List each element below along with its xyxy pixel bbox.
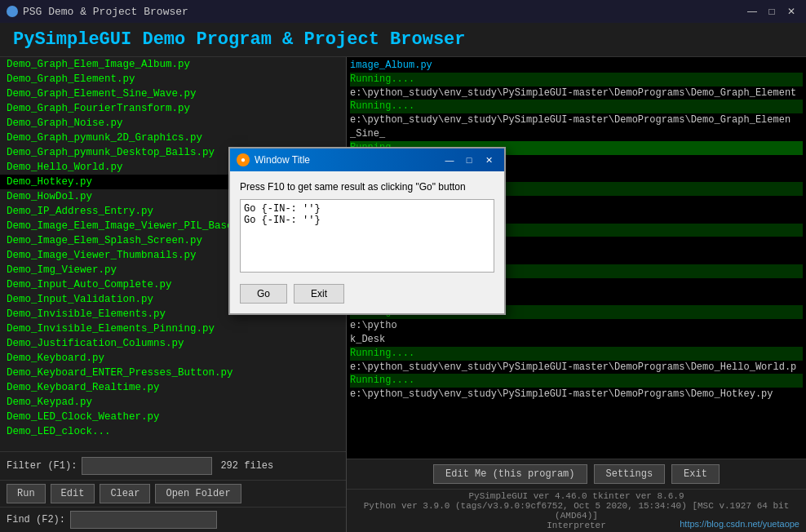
dialog-title: Window Title	[255, 154, 441, 166]
find-input[interactable]	[70, 511, 217, 529]
title-bar: PSG Demo & Project Browser — □ ✕	[0, 0, 806, 23]
close-button[interactable]: ✕	[783, 5, 799, 18]
clear-button[interactable]: Clear	[100, 484, 150, 503]
dialog-minimize-button[interactable]: —	[441, 153, 458, 167]
find-area: Find (F2):	[0, 507, 346, 532]
title-bar-controls: — □ ✕	[744, 5, 799, 18]
status-line-2: Python ver 3.9.0 (tags/v3.9.0:9cf6752, O…	[353, 501, 799, 521]
dialog-textarea[interactable]	[240, 199, 494, 273]
edit-me-button[interactable]: Edit Me (this program)	[433, 464, 587, 484]
filter-input[interactable]	[82, 457, 212, 475]
dialog-titlebar: ● Window Title — □ ✕	[230, 149, 504, 171]
dialog-maximize-button[interactable]: □	[460, 153, 478, 167]
run-button[interactable]: Run	[7, 484, 46, 503]
dialog-message: Press F10 to get same result as clicking…	[240, 181, 494, 193]
output-line: image_Album.py	[350, 59, 803, 73]
dialog-close-button[interactable]: ✕	[480, 153, 498, 167]
right-bottom: Edit Me (this program) Settings Exit	[347, 459, 806, 489]
output-line: Running....	[350, 100, 803, 113]
filter-label: Filter (F1):	[7, 460, 77, 472]
file-count: 292 files	[220, 460, 273, 472]
settings-button[interactable]: Settings	[594, 464, 666, 484]
file-item[interactable]: Demo_Keyboard.py	[0, 351, 346, 366]
dialog-go-button[interactable]: Go	[240, 284, 287, 304]
file-item[interactable]: Demo_Keyboard_Realtime.py	[0, 380, 346, 395]
maximize-button[interactable]: □	[764, 5, 780, 18]
output-line: _Sine_	[350, 127, 803, 141]
app-title: PySimpleGUI Demo Program & Project Brows…	[0, 23, 806, 57]
output-line: e:\pytho	[350, 319, 803, 333]
title-bar-title: PSG Demo & Project Browser	[23, 6, 188, 18]
title-bar-left: PSG Demo & Project Browser	[7, 6, 188, 18]
file-item[interactable]: Demo_LED_Clock_Weather.py	[0, 410, 346, 424]
file-item[interactable]: Demo_Keypad.py	[0, 395, 346, 410]
dialog-textarea-container	[240, 199, 494, 276]
dialog-title-buttons: — □ ✕	[441, 153, 498, 167]
file-item[interactable]: Demo_Graph_Element_Sine_Wave.py	[0, 86, 346, 101]
open-folder-button[interactable]: Open Folder	[155, 484, 241, 503]
dialog-body: Press F10 to get same result as clicking…	[230, 171, 504, 313]
output-line: k_Desk	[350, 333, 803, 347]
output-line: Running....	[350, 347, 803, 361]
file-item[interactable]: Demo_Graph_Element.py	[0, 72, 346, 86]
dialog-exit-button[interactable]: Exit	[294, 284, 344, 304]
minimize-button[interactable]: —	[744, 5, 760, 18]
file-item[interactable]: Demo_Graph_pymunk_2D_Graphics.py	[0, 131, 346, 145]
file-item[interactable]: Demo_Keyboard_ENTER_Presses_Button.py	[0, 366, 346, 380]
file-item[interactable]: Demo_Graph_Elem_Image_Album.py	[0, 57, 346, 72]
find-label: Find (F2):	[7, 514, 65, 525]
exit-button[interactable]: Exit	[671, 464, 720, 484]
watermark: https://blog.csdn.net/yuetaope	[680, 519, 799, 529]
output-line: Running....	[350, 73, 803, 86]
edit-button[interactable]: Edit	[51, 484, 95, 503]
file-item[interactable]: Demo_Graph_Noise.py	[0, 116, 346, 131]
file-item[interactable]: Demo_Justification_Columns.py	[0, 336, 346, 351]
output-line: e:\python_study\env_study\PySimpleGUI-ma…	[350, 113, 803, 127]
filter-area: Filter (F1): 292 files	[0, 451, 346, 480]
output-line: Running....	[350, 374, 803, 388]
output-line: e:\python_study\env_study\PySimpleGUI-ma…	[350, 86, 803, 100]
status-line-1: PySimpleGUI ver 4.46.0 tkinter ver 8.6.9	[353, 491, 799, 501]
dialog-icon: ●	[237, 153, 250, 166]
output-line: e:\python_study\env_study\PySimpleGUI-ma…	[350, 361, 803, 375]
file-item[interactable]: Demo_LED_clock...	[0, 424, 346, 439]
dialog-window[interactable]: ● Window Title — □ ✕ Press F10 to get sa…	[228, 147, 506, 315]
bottom-buttons: Run Edit Clear Open Folder	[0, 480, 346, 507]
file-item[interactable]: Demo_Graph_FourierTransform.py	[0, 101, 346, 116]
output-line: e:\python_study\env_study\PySimpleGUI-ma…	[350, 388, 803, 401]
dialog-buttons: Go Exit	[240, 284, 494, 304]
file-item[interactable]: Demo_Invisible_Elements_Pinning.py	[0, 321, 346, 336]
app-icon	[7, 6, 18, 17]
